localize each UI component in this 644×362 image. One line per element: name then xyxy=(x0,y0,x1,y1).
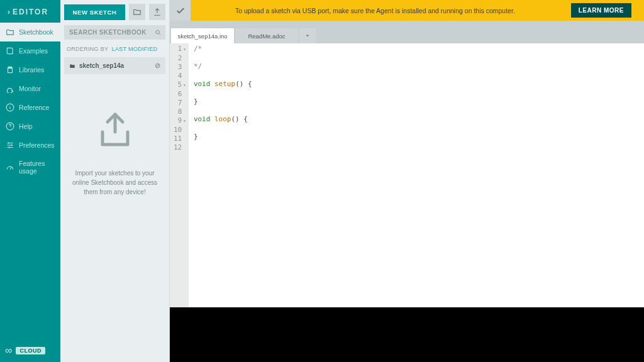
gauge-icon xyxy=(6,163,14,172)
nav-item-label: Reference xyxy=(19,104,49,111)
search-input[interactable] xyxy=(64,25,165,40)
search-icon xyxy=(155,29,162,36)
editor-main: To upload a sketch via USB port, make su… xyxy=(170,0,644,362)
new-folder-button[interactable] xyxy=(129,4,145,20)
verify-button[interactable] xyxy=(170,0,191,21)
sketch-folder-icon xyxy=(69,63,75,69)
editor-logo: › EDITOR xyxy=(0,0,60,23)
upload-big-icon xyxy=(96,112,134,150)
nav-item-label: Examples xyxy=(19,47,48,55)
folder-icon xyxy=(6,28,14,36)
nav-item-reference[interactable]: Reference xyxy=(0,98,60,117)
tab-ReadMe-adoc[interactable]: ReadMe.adoc xyxy=(235,28,298,43)
banner-text: To upload a sketch via USB port, make su… xyxy=(191,7,560,14)
sketchbook-panel: NEW SKETCH ORDERING BY LAST MODIFIED ske… xyxy=(60,0,170,362)
nav-item-preferences[interactable]: Preferences xyxy=(0,136,60,155)
editor-logo-text: EDITOR xyxy=(13,8,48,16)
info-icon xyxy=(6,103,14,112)
sketch-entry-name: sketch_sep14a xyxy=(79,62,124,69)
code-editor[interactable]: 1▾2 3 4 5▾6 7 8 9▾10 11 12 /* */ void se… xyxy=(170,43,644,307)
tab-sketch_sep14a-ino[interactable]: sketch_sep14a.ino xyxy=(171,28,234,43)
nav-rail: › EDITOR SketchbookExamplesLibrariesMoni… xyxy=(0,0,60,362)
folder-plus-icon xyxy=(133,8,142,16)
upload-icon xyxy=(153,8,162,16)
nav-item-sketchbook[interactable]: Sketchbook xyxy=(0,23,60,41)
nav-item-label: Monitor xyxy=(19,85,41,92)
logo-chevron-icon: › xyxy=(8,8,11,16)
nav-item-help[interactable]: Help xyxy=(0,117,60,136)
console-output xyxy=(170,307,644,362)
sliders-icon xyxy=(6,141,14,150)
ordering-row: ORDERING BY LAST MODIFIED xyxy=(67,46,163,52)
nav-item-label: Sketchbook xyxy=(19,28,53,36)
new-sketch-button[interactable]: NEW SKETCH xyxy=(64,4,125,20)
nav-item-monitor[interactable]: Monitor xyxy=(0,79,60,98)
import-message: Import your sketches to your online Sket… xyxy=(72,168,158,197)
tab-dropdown-button[interactable] xyxy=(299,28,316,43)
monitor-icon xyxy=(6,84,14,93)
book-icon xyxy=(6,47,14,55)
chevron-down-icon xyxy=(304,33,311,39)
code-body[interactable]: /* */ void setup() { } void loop() { } xyxy=(189,43,252,307)
clipboard-icon xyxy=(6,65,14,74)
nav-item-label: Features usage xyxy=(19,160,55,175)
sketch-entry-close-icon[interactable]: ⊘ xyxy=(155,62,160,70)
tabs-row: sketch_sep14a.inoReadMe.adoc xyxy=(170,28,644,43)
import-button[interactable] xyxy=(149,4,165,20)
nav-item-label: Help xyxy=(19,123,33,130)
ordering-link[interactable]: LAST MODIFIED xyxy=(112,46,158,52)
nav-item-examples[interactable]: Examples xyxy=(0,41,60,60)
learn-more-button[interactable]: LEARN MORE xyxy=(571,3,631,18)
check-icon xyxy=(175,6,186,16)
nav-item-label: Preferences xyxy=(19,141,55,149)
cloud-footer[interactable]: ∞ CLOUD xyxy=(0,339,60,362)
help-icon xyxy=(6,122,14,131)
cloud-badge: CLOUD xyxy=(16,347,45,354)
svg-point-0 xyxy=(156,30,160,34)
nav-item-label: Libraries xyxy=(19,66,44,74)
nav-item-libraries[interactable]: Libraries xyxy=(0,60,60,79)
agent-banner: To upload a sketch via USB port, make su… xyxy=(191,0,644,21)
infinity-icon: ∞ xyxy=(5,346,12,356)
import-dropzone[interactable]: Import your sketches to your online Sket… xyxy=(72,112,158,197)
sketch-entry[interactable]: sketch_sep14a ⊘ xyxy=(64,57,165,74)
nav-item-features-usage[interactable]: Features usage xyxy=(0,155,60,180)
gutter: 1▾2 3 4 5▾6 7 8 9▾10 11 12 xyxy=(170,43,189,307)
